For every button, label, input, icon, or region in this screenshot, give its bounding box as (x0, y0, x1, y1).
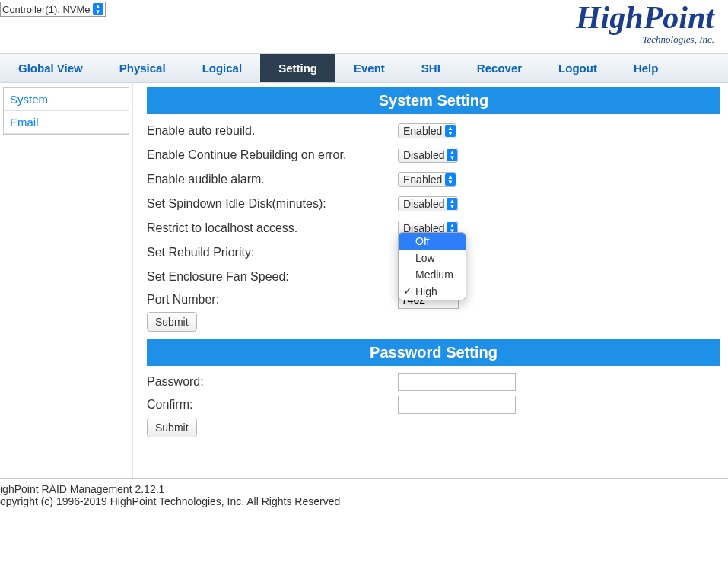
dropdown-option-off[interactable]: Off (399, 233, 466, 250)
controller-select-value: Controller(1): NVMe (2, 4, 91, 15)
row-spindown: Set Spindown Idle Disk(minutes): Disable… (147, 192, 720, 216)
password-submit-button[interactable]: Submit (147, 418, 197, 437)
logo: HighPoint Technologies, Inc. (576, 2, 720, 46)
nav-logout[interactable]: Logout (540, 54, 615, 82)
dropdown-arrows-icon: ▲▼ (445, 173, 456, 186)
sidebar-box: System Email (3, 87, 129, 135)
label-fan-speed: Set Enclosure Fan Speed: (147, 270, 398, 284)
sidebar-item-email[interactable]: Email (4, 111, 129, 134)
dropdown-arrows-icon: ▲▼ (445, 125, 456, 137)
label-port: Port Number: (147, 293, 398, 307)
dropdown-arrows-icon: ▲▼ (93, 3, 103, 15)
top-bar: Controller(1): NVMe ▲▼ HighPoint Technol… (0, 0, 728, 53)
label-spindown: Set Spindown Idle Disk(minutes): (147, 197, 398, 211)
select-spindown-value: Disabled (403, 198, 444, 210)
dropdown-option-label: Medium (415, 269, 453, 281)
main: System Setting Enable auto rebuild. Enab… (133, 83, 728, 478)
dropdown-option-label: Off (415, 235, 429, 247)
fan-speed-dropdown: Off Low Medium ✓ High (398, 232, 466, 300)
system-submit-row: Submit (147, 310, 720, 332)
select-continue-rebuild[interactable]: Disabled ▲▼ (398, 148, 458, 163)
select-audible-alarm[interactable]: Enabled ▲▼ (398, 172, 456, 187)
password-submit-row: Submit (147, 416, 720, 437)
select-auto-rebuild[interactable]: Enabled ▲▼ (398, 123, 456, 138)
nav-global-view[interactable]: Global View (0, 54, 101, 82)
nav-bar: Global View Physical Logical Setting Eve… (0, 53, 728, 83)
row-continue-rebuild: Enable Continue Rebuilding on error. Dis… (147, 143, 720, 167)
dropdown-option-label: Low (415, 252, 435, 264)
dropdown-arrows-icon: ▲▼ (447, 198, 457, 210)
dropdown-option-high[interactable]: ✓ High (399, 283, 466, 300)
nav-event[interactable]: Event (335, 54, 403, 82)
row-audible-alarm: Enable audible alarm. Enabled ▲▼ (147, 167, 720, 192)
system-setting-header: System Setting (147, 87, 720, 114)
system-submit-button[interactable]: Submit (147, 312, 197, 332)
footer: ighPoint RAID Management 2.12.1 opyright… (0, 479, 728, 507)
label-confirm: Confirm: (147, 398, 398, 412)
content: System Email System Setting Enable auto … (0, 83, 728, 479)
label-rebuild-priority: Set Rebuild Priority: (147, 246, 398, 259)
dropdown-option-label: High (415, 285, 437, 297)
label-password: Password: (147, 375, 398, 389)
logo-main: HighPoint (576, 2, 714, 33)
nav-help[interactable]: Help (615, 54, 677, 82)
logo-sub: Technologies, Inc. (576, 33, 714, 46)
nav-shi[interactable]: SHI (403, 54, 459, 82)
select-spindown[interactable]: Disabled ▲▼ (398, 196, 458, 211)
select-continue-rebuild-value: Disabled (403, 149, 444, 161)
nav-physical[interactable]: Physical (101, 54, 184, 82)
select-auto-rebuild-value: Enabled (403, 125, 443, 137)
label-localhost: Restrict to localhost access. (147, 221, 398, 235)
row-auto-rebuild: Enable auto rebuild. Enabled ▲▼ (147, 119, 720, 143)
password-input[interactable] (398, 373, 516, 391)
footer-line2: opyright (c) 1996-2019 HighPoint Technol… (0, 495, 728, 507)
nav-setting[interactable]: Setting (260, 54, 335, 82)
dropdown-arrows-icon: ▲▼ (447, 149, 457, 161)
label-audible-alarm: Enable audible alarm. (147, 173, 398, 186)
password-setting-header: Password Setting (147, 339, 720, 366)
nav-recover[interactable]: Recover (459, 54, 540, 82)
footer-line1: ighPoint RAID Management 2.12.1 (0, 483, 728, 495)
sidebar-item-system[interactable]: System (4, 88, 129, 111)
dropdown-option-low[interactable]: Low (399, 250, 466, 266)
label-continue-rebuild: Enable Continue Rebuilding on error. (147, 148, 398, 162)
confirm-input[interactable] (398, 396, 516, 414)
dropdown-option-medium[interactable]: Medium (399, 266, 466, 283)
controller-select[interactable]: Controller(1): NVMe ▲▼ (0, 2, 106, 17)
sidebar: System Email (0, 83, 133, 478)
label-auto-rebuild: Enable auto rebuild. (147, 124, 398, 138)
select-audible-alarm-value: Enabled (403, 173, 443, 186)
row-confirm: Confirm: (147, 393, 720, 416)
row-password: Password: (147, 370, 720, 393)
nav-logical[interactable]: Logical (184, 54, 261, 82)
check-icon: ✓ (403, 285, 412, 297)
